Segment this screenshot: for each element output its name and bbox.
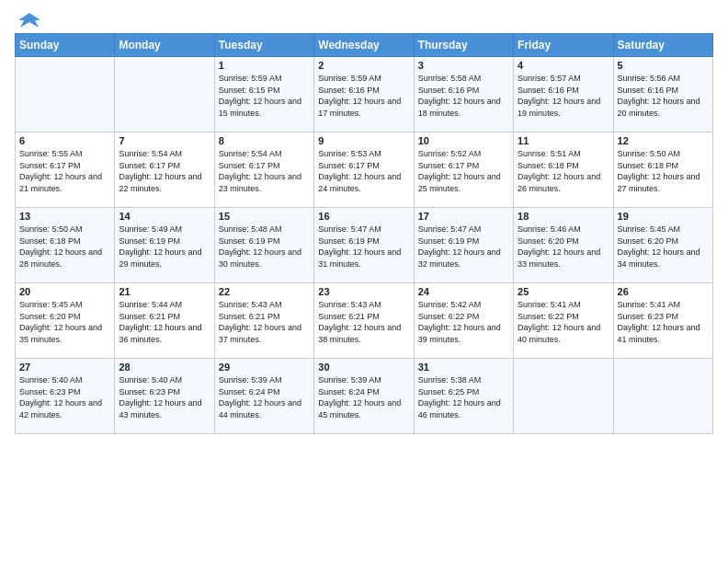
day-number: 7 xyxy=(119,135,210,146)
calendar-cell: 5Sunrise: 5:56 AM Sunset: 6:16 PM Daylig… xyxy=(613,57,712,132)
calendar-cell: 25Sunrise: 5:41 AM Sunset: 6:22 PM Dayli… xyxy=(514,283,613,359)
day-info: Sunrise: 5:40 AM Sunset: 6:23 PM Dayligh… xyxy=(119,374,210,420)
day-info: Sunrise: 5:54 AM Sunset: 6:17 PM Dayligh… xyxy=(219,148,310,194)
day-of-week-header: Monday xyxy=(115,34,214,57)
calendar-cell: 13Sunrise: 5:50 AM Sunset: 6:18 PM Dayli… xyxy=(16,208,115,283)
day-of-week-header: Thursday xyxy=(414,34,513,57)
calendar-page: SundayMondayTuesdayWednesdayThursdayFrid… xyxy=(0,0,728,563)
calendar-cell: 19Sunrise: 5:45 AM Sunset: 6:20 PM Dayli… xyxy=(613,208,712,283)
day-info: Sunrise: 5:40 AM Sunset: 6:23 PM Dayligh… xyxy=(19,374,110,420)
calendar-cell xyxy=(613,359,712,434)
day-number: 22 xyxy=(219,286,310,297)
day-number: 1 xyxy=(219,60,310,71)
day-info: Sunrise: 5:59 AM Sunset: 6:16 PM Dayligh… xyxy=(318,73,409,119)
day-number: 16 xyxy=(318,211,409,222)
calendar-cell: 27Sunrise: 5:40 AM Sunset: 6:23 PM Dayli… xyxy=(16,359,115,434)
calendar-cell: 8Sunrise: 5:54 AM Sunset: 6:17 PM Daylig… xyxy=(214,132,313,208)
day-info: Sunrise: 5:55 AM Sunset: 6:17 PM Dayligh… xyxy=(19,148,110,194)
calendar-cell: 15Sunrise: 5:48 AM Sunset: 6:19 PM Dayli… xyxy=(214,208,313,283)
day-info: Sunrise: 5:57 AM Sunset: 6:16 PM Dayligh… xyxy=(518,73,609,119)
calendar-cell: 2Sunrise: 5:59 AM Sunset: 6:16 PM Daylig… xyxy=(314,57,414,132)
calendar-cell: 11Sunrise: 5:51 AM Sunset: 6:18 PM Dayli… xyxy=(514,132,613,208)
calendar-week-row: 13Sunrise: 5:50 AM Sunset: 6:18 PM Dayli… xyxy=(16,208,713,283)
day-info: Sunrise: 5:47 AM Sunset: 6:19 PM Dayligh… xyxy=(318,224,409,270)
calendar-cell: 1Sunrise: 5:59 AM Sunset: 6:15 PM Daylig… xyxy=(214,57,313,132)
day-info: Sunrise: 5:38 AM Sunset: 6:25 PM Dayligh… xyxy=(418,374,509,420)
day-info: Sunrise: 5:46 AM Sunset: 6:20 PM Dayligh… xyxy=(518,224,609,270)
calendar-table: SundayMondayTuesdayWednesdayThursdayFrid… xyxy=(15,33,713,434)
day-number: 15 xyxy=(219,211,310,222)
calendar-cell xyxy=(16,57,115,132)
day-info: Sunrise: 5:44 AM Sunset: 6:21 PM Dayligh… xyxy=(119,299,210,345)
day-info: Sunrise: 5:47 AM Sunset: 6:19 PM Dayligh… xyxy=(418,224,509,270)
day-info: Sunrise: 5:43 AM Sunset: 6:21 PM Dayligh… xyxy=(318,299,409,345)
calendar-cell: 20Sunrise: 5:45 AM Sunset: 6:20 PM Dayli… xyxy=(16,283,115,359)
calendar-cell: 30Sunrise: 5:39 AM Sunset: 6:24 PM Dayli… xyxy=(314,359,414,434)
day-info: Sunrise: 5:45 AM Sunset: 6:20 PM Dayligh… xyxy=(19,299,110,345)
calendar-cell: 7Sunrise: 5:54 AM Sunset: 6:17 PM Daylig… xyxy=(115,132,214,208)
calendar-cell xyxy=(514,359,613,434)
day-number: 8 xyxy=(219,135,310,146)
day-number: 29 xyxy=(219,362,310,373)
day-info: Sunrise: 5:50 AM Sunset: 6:18 PM Dayligh… xyxy=(19,224,110,270)
day-info: Sunrise: 5:43 AM Sunset: 6:21 PM Dayligh… xyxy=(219,299,310,345)
calendar-cell xyxy=(115,57,214,132)
day-number: 18 xyxy=(518,211,609,222)
day-of-week-header: Tuesday xyxy=(214,34,313,57)
calendar-cell: 26Sunrise: 5:41 AM Sunset: 6:23 PM Dayli… xyxy=(613,283,712,359)
day-number: 30 xyxy=(318,362,409,373)
day-info: Sunrise: 5:48 AM Sunset: 6:19 PM Dayligh… xyxy=(219,224,310,270)
day-number: 12 xyxy=(618,135,709,146)
day-of-week-header: Friday xyxy=(514,34,613,57)
day-number: 5 xyxy=(618,60,709,71)
day-info: Sunrise: 5:56 AM Sunset: 6:16 PM Dayligh… xyxy=(618,73,709,119)
day-number: 13 xyxy=(19,211,110,222)
day-info: Sunrise: 5:39 AM Sunset: 6:24 PM Dayligh… xyxy=(219,374,310,420)
day-number: 20 xyxy=(19,286,110,297)
header xyxy=(15,9,713,28)
day-number: 2 xyxy=(318,60,409,71)
calendar-header-row: SundayMondayTuesdayWednesdayThursdayFrid… xyxy=(16,34,713,57)
calendar-week-row: 6Sunrise: 5:55 AM Sunset: 6:17 PM Daylig… xyxy=(16,132,713,208)
svg-marker-0 xyxy=(18,13,40,28)
day-info: Sunrise: 5:51 AM Sunset: 6:18 PM Dayligh… xyxy=(518,148,609,194)
calendar-week-row: 1Sunrise: 5:59 AM Sunset: 6:15 PM Daylig… xyxy=(16,57,713,132)
day-info: Sunrise: 5:49 AM Sunset: 6:19 PM Dayligh… xyxy=(119,224,210,270)
day-number: 24 xyxy=(418,286,509,297)
day-info: Sunrise: 5:50 AM Sunset: 6:18 PM Dayligh… xyxy=(618,148,709,194)
day-number: 28 xyxy=(119,362,210,373)
calendar-cell: 9Sunrise: 5:53 AM Sunset: 6:17 PM Daylig… xyxy=(314,132,414,208)
day-info: Sunrise: 5:42 AM Sunset: 6:22 PM Dayligh… xyxy=(418,299,509,345)
logo-bird-icon xyxy=(17,11,42,31)
calendar-cell: 31Sunrise: 5:38 AM Sunset: 6:25 PM Dayli… xyxy=(414,359,513,434)
day-number: 6 xyxy=(19,135,110,146)
day-number: 17 xyxy=(418,211,509,222)
day-number: 31 xyxy=(418,362,509,373)
day-info: Sunrise: 5:53 AM Sunset: 6:17 PM Dayligh… xyxy=(318,148,409,194)
calendar-cell: 4Sunrise: 5:57 AM Sunset: 6:16 PM Daylig… xyxy=(514,57,613,132)
day-info: Sunrise: 5:58 AM Sunset: 6:16 PM Dayligh… xyxy=(418,73,509,119)
day-number: 27 xyxy=(19,362,110,373)
day-number: 25 xyxy=(518,286,609,297)
day-of-week-header: Wednesday xyxy=(314,34,414,57)
calendar-cell: 21Sunrise: 5:44 AM Sunset: 6:21 PM Dayli… xyxy=(115,283,214,359)
calendar-cell: 14Sunrise: 5:49 AM Sunset: 6:19 PM Dayli… xyxy=(115,208,214,283)
day-info: Sunrise: 5:45 AM Sunset: 6:20 PM Dayligh… xyxy=(618,224,709,270)
calendar-cell: 16Sunrise: 5:47 AM Sunset: 6:19 PM Dayli… xyxy=(314,208,414,283)
day-number: 11 xyxy=(518,135,609,146)
calendar-cell: 24Sunrise: 5:42 AM Sunset: 6:22 PM Dayli… xyxy=(414,283,513,359)
day-number: 4 xyxy=(518,60,609,71)
day-number: 26 xyxy=(618,286,709,297)
calendar-cell: 22Sunrise: 5:43 AM Sunset: 6:21 PM Dayli… xyxy=(214,283,313,359)
calendar-cell: 6Sunrise: 5:55 AM Sunset: 6:17 PM Daylig… xyxy=(16,132,115,208)
day-of-week-header: Sunday xyxy=(16,34,115,57)
day-number: 23 xyxy=(318,286,409,297)
day-number: 19 xyxy=(618,211,709,222)
calendar-cell: 3Sunrise: 5:58 AM Sunset: 6:16 PM Daylig… xyxy=(414,57,513,132)
calendar-week-row: 20Sunrise: 5:45 AM Sunset: 6:20 PM Dayli… xyxy=(16,283,713,359)
day-info: Sunrise: 5:59 AM Sunset: 6:15 PM Dayligh… xyxy=(219,73,310,119)
day-of-week-header: Saturday xyxy=(613,34,712,57)
calendar-week-row: 27Sunrise: 5:40 AM Sunset: 6:23 PM Dayli… xyxy=(16,359,713,434)
calendar-cell: 18Sunrise: 5:46 AM Sunset: 6:20 PM Dayli… xyxy=(514,208,613,283)
day-number: 14 xyxy=(119,211,210,222)
